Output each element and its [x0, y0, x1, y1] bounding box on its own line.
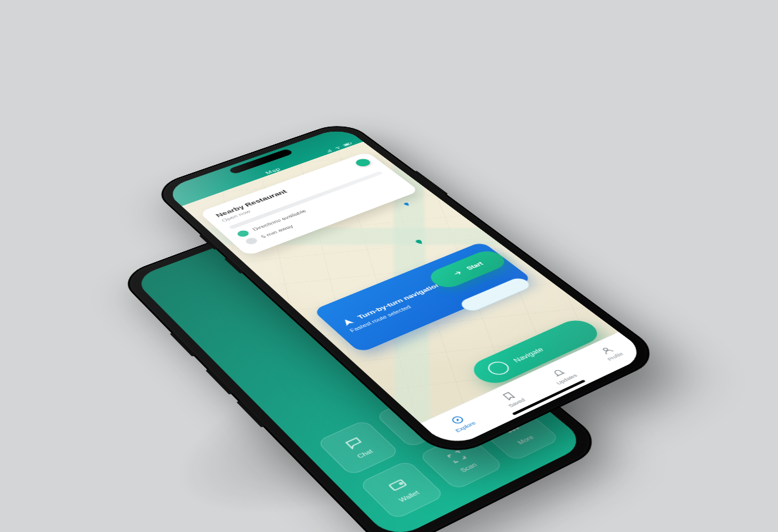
navigation-icon [339, 317, 356, 327]
nav-saved[interactable]: Saved [497, 389, 527, 409]
chat-icon [342, 435, 367, 452]
nav-updates[interactable]: Updates [545, 365, 578, 386]
nav-label: Explore [454, 420, 477, 433]
user-icon [598, 345, 615, 356]
nav-label: Updates [555, 373, 579, 386]
hint-chip[interactable] [457, 276, 534, 313]
bell-icon [550, 368, 568, 379]
tile-label: Scan [459, 462, 479, 473]
wallet-icon [385, 476, 411, 494]
map-pin-icon[interactable] [401, 201, 414, 208]
scan-icon [444, 448, 470, 465]
tile-wallet[interactable]: Wallet [358, 460, 445, 520]
tile-label: Chat [356, 448, 374, 459]
svg-point-9 [451, 416, 464, 425]
nav-explore[interactable]: Explore [445, 412, 477, 434]
dot-icon [235, 230, 251, 239]
map-pin-icon[interactable] [411, 237, 429, 247]
compass-icon [449, 414, 467, 425]
primary-card-subtitle: Fastest route selected [348, 265, 505, 332]
primary-card-title: Turn-by-turn navigation [339, 258, 498, 327]
primary-title-text: Turn-by-turn navigation [356, 281, 443, 320]
nav-profile[interactable]: Profile [596, 344, 625, 362]
svg-point-10 [603, 348, 608, 352]
bookmark-icon [500, 391, 518, 402]
svg-point-2 [399, 483, 402, 485]
nav-label: Saved [507, 397, 527, 409]
tile-label: More [516, 434, 535, 446]
nav-label: Profile [606, 351, 625, 361]
fab-label: Navigate [511, 346, 545, 364]
start-button-label: Start [465, 261, 485, 271]
svg-rect-7 [344, 143, 350, 146]
navigate-fab[interactable]: Navigate [466, 316, 605, 388]
tile-chat[interactable]: Chat [316, 419, 400, 476]
dot-icon [244, 237, 259, 246]
fab-ring-icon [484, 359, 513, 377]
svg-rect-1 [389, 480, 406, 490]
tile-label: Wallet [397, 489, 420, 503]
arrow-icon [450, 269, 466, 278]
